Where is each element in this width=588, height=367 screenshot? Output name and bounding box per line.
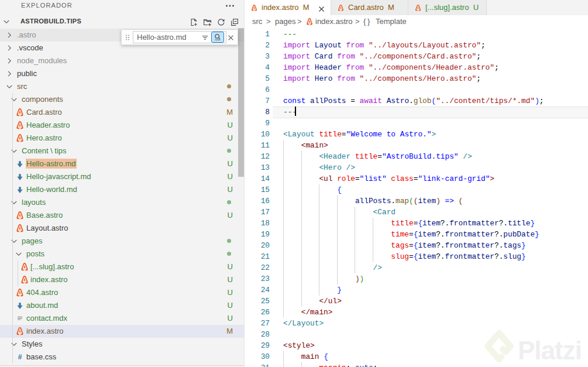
svg-text:#: # [18, 353, 22, 361]
